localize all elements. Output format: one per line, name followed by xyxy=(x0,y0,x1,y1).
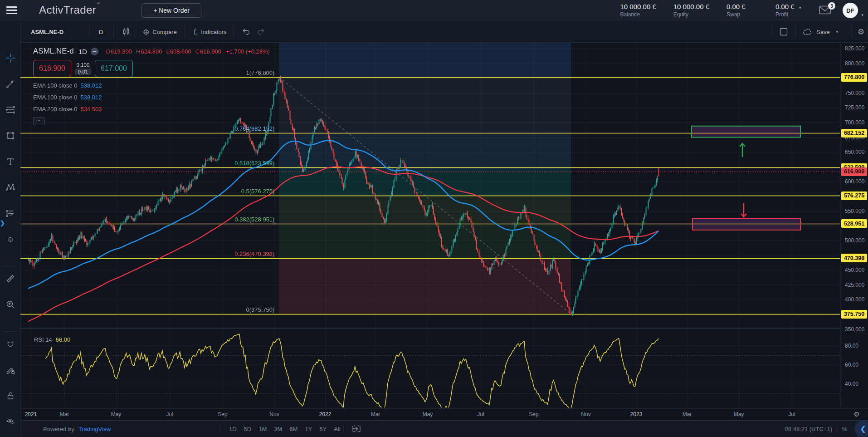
percent-scale-button[interactable]: % xyxy=(842,421,848,437)
shapes-tool-icon[interactable] xyxy=(5,130,16,141)
time-label: Mar xyxy=(683,411,692,417)
time-label: Nov xyxy=(269,411,279,417)
collapse-panel-button[interactable]: ❮ xyxy=(855,421,868,437)
mail-badge: 3 xyxy=(828,2,835,10)
fib-level-label: 0.5(576.275) xyxy=(184,188,274,195)
xabcd-pattern-tool-icon[interactable] xyxy=(5,182,16,193)
avatar-caret-icon[interactable]: ▾ xyxy=(861,13,863,17)
hamburger-menu-icon[interactable] xyxy=(6,6,17,15)
indicator-label: EMA 100 close 0 xyxy=(33,82,78,89)
buy-ask-button[interactable]: 617.000 xyxy=(95,60,133,77)
interval-button[interactable]: D xyxy=(99,21,103,43)
price-axis[interactable]: 825.000800.000750.000725.000700.000675.0… xyxy=(840,43,868,408)
compare-icon: ⊕ xyxy=(143,27,149,37)
chart-style-button[interactable] xyxy=(121,21,131,43)
stat-label: Balance xyxy=(620,11,656,18)
undo-button[interactable] xyxy=(242,21,251,43)
account-stat: 0.00 €Swap xyxy=(727,3,758,18)
time-label: Nov xyxy=(581,411,590,417)
range-3m-button[interactable]: 3M xyxy=(270,426,286,432)
hide-drawings-tool-icon[interactable] xyxy=(5,416,16,427)
indicator-row[interactable]: EMA 200 close 0534.503 xyxy=(33,106,270,113)
avatar[interactable]: DF xyxy=(843,3,858,18)
time-label: Jul xyxy=(477,411,484,417)
range-1m-button[interactable]: 1M xyxy=(255,426,270,432)
undo-icon xyxy=(242,27,251,36)
magnet-tool-icon[interactable] xyxy=(5,339,16,349)
ohlc-item: H624.800 xyxy=(136,48,162,55)
indicator-value: 534.503 xyxy=(81,106,102,113)
time-label: 2021 xyxy=(25,411,37,417)
range-5y-button[interactable]: 5Y xyxy=(316,426,330,432)
rsi-value: 66.00 xyxy=(56,336,71,343)
legend-collapse-icon[interactable]: – xyxy=(91,48,98,55)
goto-date-button[interactable] xyxy=(351,421,361,437)
indicator-row[interactable]: EMA 100 close 0538.012 xyxy=(33,82,270,89)
sell-bid-button[interactable]: 616.900 xyxy=(33,60,71,77)
drawing-lock-tool-icon[interactable] xyxy=(5,364,16,375)
stat-value: 10 000.00 € xyxy=(620,3,656,10)
rsi-tick: 40.00 xyxy=(845,381,858,387)
legend-collapse-button[interactable]: ⌃ xyxy=(33,117,45,125)
symbol-title[interactable]: ASML.NE-d xyxy=(33,47,74,56)
time-label: 2022 xyxy=(319,411,332,417)
fib-lines-tool-icon[interactable] xyxy=(5,104,16,115)
axis-gear-icon[interactable]: ⚙ xyxy=(854,410,860,418)
account-stat: 10 000.00 €Equity xyxy=(673,3,709,18)
indicator-label: EMA 200 close 0 xyxy=(33,106,78,113)
stat-value: 10 000.00 € xyxy=(673,3,709,10)
change-value: +1.700 (+0.28%) xyxy=(226,48,270,55)
profit-caret-icon[interactable]: ▾ xyxy=(799,5,801,10)
indicators-button[interactable]: fx Indicators xyxy=(194,21,227,43)
zoom-in-tool-icon[interactable] xyxy=(5,299,16,310)
price-tick: 800.000 xyxy=(845,60,864,67)
fib-level-label: 0.618(623.599) xyxy=(184,160,274,167)
tradingview-link[interactable]: TradingView xyxy=(78,421,111,437)
price-level-label: 616.900 xyxy=(841,167,867,176)
indicator-row[interactable]: EMA 100 close 0538.012 xyxy=(33,94,270,101)
time-label: Mar xyxy=(60,411,69,417)
ruler-tool-icon[interactable] xyxy=(5,273,16,284)
stat-label: Swap xyxy=(727,11,758,18)
range-1y-button[interactable]: 1Y xyxy=(301,426,316,432)
chart-legend: ASML.NE-d 1D – O619.300H624.800L608.600C… xyxy=(33,47,270,125)
price-tick: 750.000 xyxy=(845,90,864,96)
toolbar-divider xyxy=(4,331,17,332)
indicator-label: EMA 100 close 0 xyxy=(33,94,78,101)
range-6m-button[interactable]: 6M xyxy=(286,426,301,432)
compare-button[interactable]: ⊕ Compare xyxy=(143,21,177,43)
range-1d-button[interactable]: 1D xyxy=(225,426,240,432)
forecast-tool-icon[interactable] xyxy=(5,208,16,219)
price-tick: 600.000 xyxy=(845,178,864,185)
redo-button[interactable] xyxy=(256,21,265,43)
price-level-label: 470.398 xyxy=(841,254,867,262)
time-label: Jul xyxy=(166,411,173,417)
app-bar: ActivTrader™ + New Order 10 000.00 €Bala… xyxy=(0,0,868,21)
bottom-bar: Powered by TradingView 1D5D1M3M6M1Y5YAll… xyxy=(20,420,868,437)
range-all-button[interactable]: All xyxy=(330,426,344,432)
price-tick: 400.000 xyxy=(845,296,864,303)
panel-expand-chevron[interactable]: ❯ xyxy=(0,220,5,226)
time-axis[interactable]: ⚙ 2021MarMayJulSepNov2022MarMayJulSepNov… xyxy=(20,408,868,420)
gear-icon: ⚙ xyxy=(858,27,864,37)
price-tick: 450.000 xyxy=(845,267,864,273)
price-tick: 825.000 xyxy=(845,45,864,52)
save-button[interactable]: Save ▾ xyxy=(802,21,838,43)
layout-square-icon xyxy=(779,27,789,37)
new-order-button[interactable]: + New Order xyxy=(141,3,201,18)
save-caret-icon: ▾ xyxy=(836,29,839,34)
text-tool-icon[interactable] xyxy=(5,156,16,167)
stat-label: Equity xyxy=(673,11,709,18)
symbol-button[interactable]: ASML.NE-D xyxy=(31,21,63,43)
crosshair-tool-icon[interactable] xyxy=(5,53,16,64)
app-logo: ActivTrader™ xyxy=(39,4,100,16)
lock-all-tool-icon[interactable] xyxy=(5,390,16,401)
emoji-tool-icon[interactable]: ☺ xyxy=(5,234,16,245)
layout-button[interactable] xyxy=(779,21,789,43)
chart-settings-button[interactable]: ⚙ xyxy=(858,21,864,43)
trend-line-tool-icon[interactable] xyxy=(5,79,16,89)
drawing-toolbar: ☺ xyxy=(0,21,20,437)
fib-level-label: 0.382(528.951) xyxy=(184,216,274,223)
range-5d-button[interactable]: 5D xyxy=(240,426,255,432)
indicators-fx-icon: fx xyxy=(194,28,197,36)
